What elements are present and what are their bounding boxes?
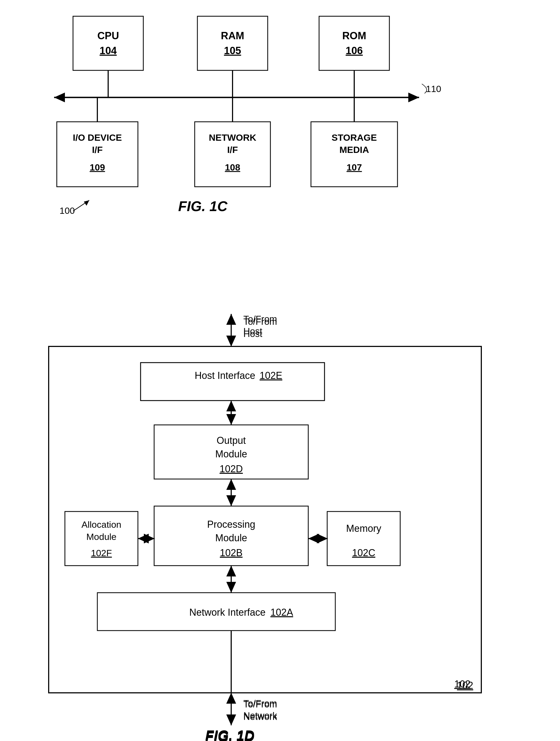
svg-text:105: 105	[224, 45, 241, 56]
svg-text:100: 100	[60, 205, 75, 216]
svg-text:Network: Network	[243, 710, 277, 721]
svg-marker-11	[408, 92, 419, 102]
svg-text:110: 110	[426, 84, 441, 94]
svg-rect-3	[197, 16, 268, 70]
svg-text:FIG. 1D: FIG. 1D	[205, 729, 254, 741]
svg-text:To/From: To/From	[243, 698, 277, 708]
svg-text:106: 106	[345, 45, 363, 56]
svg-text:I/F: I/F	[227, 144, 238, 155]
svg-marker-45	[226, 715, 236, 725]
svg-text:To/From: To/From	[243, 314, 277, 324]
svg-text:CPU: CPU	[97, 30, 119, 42]
svg-text:108: 108	[225, 162, 240, 173]
svg-text:FIG. 1C: FIG. 1C	[178, 198, 228, 214]
svg-text:I/O DEVICE: I/O DEVICE	[73, 132, 122, 143]
svg-text:109: 109	[90, 162, 105, 173]
svg-rect-0	[73, 16, 143, 70]
svg-rect-6	[319, 16, 389, 70]
svg-marker-10	[54, 92, 65, 102]
svg-text:102: 102	[454, 678, 471, 690]
page: CPU 104 RAM 105 ROM 106 110	[0, 0, 560, 741]
svg-text:ROM: ROM	[342, 30, 367, 42]
svg-text:I/F: I/F	[92, 144, 103, 155]
svg-text:Host Interface: Host Interface	[181, 370, 241, 381]
svg-text:MEDIA: MEDIA	[339, 144, 369, 155]
svg-text:Host: Host	[243, 326, 262, 336]
svg-text:102E: 102E	[221, 385, 244, 396]
svg-marker-37	[226, 314, 236, 325]
svg-marker-38	[226, 336, 236, 346]
svg-text:107: 107	[347, 162, 362, 173]
svg-text:STORAGE: STORAGE	[331, 132, 377, 143]
svg-marker-46	[226, 693, 236, 704]
svg-text:NETWORK: NETWORK	[209, 132, 256, 143]
svg-text:RAM: RAM	[221, 30, 244, 42]
diagram-svg: CPU 104 RAM 105 ROM 106 110	[0, 0, 560, 741]
svg-text:104: 104	[99, 45, 116, 56]
